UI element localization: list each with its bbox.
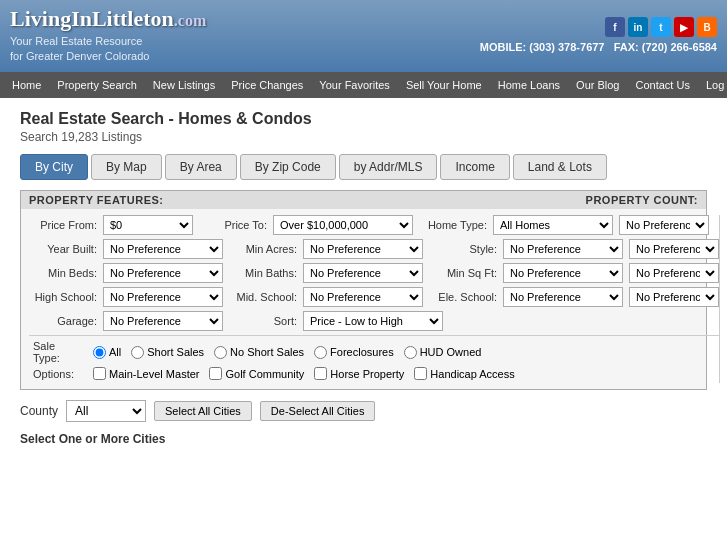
- feature-row-4: High School: No Preference Mid. School: …: [29, 287, 719, 307]
- year-built-select[interactable]: No Preference: [103, 239, 223, 259]
- home-type-select[interactable]: All Homes: [493, 215, 613, 235]
- features-box: PROPERTY FEATURES: PROPERTY COUNT: Price…: [20, 190, 707, 390]
- nav-property-search[interactable]: Property Search: [49, 72, 144, 98]
- mobile-number: MOBILE: (303) 378-7677: [480, 41, 605, 53]
- select-all-cities-button[interactable]: Select All Cities: [154, 401, 252, 421]
- nav-new-listings[interactable]: New Listings: [145, 72, 223, 98]
- listing-count: Search 19,283 Listings: [20, 130, 707, 144]
- tagline-line1: Your Real Estate Resource: [10, 35, 142, 47]
- search-tabs: By City By Map By Area By Zip Code by Ad…: [20, 154, 707, 180]
- min-beds-select[interactable]: No Preference: [103, 263, 223, 283]
- tab-by-map[interactable]: By Map: [91, 154, 162, 180]
- nav-your-favorites[interactable]: Your Favorites: [311, 72, 398, 98]
- social-icons: f in t ▶ B: [480, 17, 717, 37]
- features-header-right: PROPERTY COUNT:: [586, 194, 698, 206]
- min-sqft-label: Min Sq Ft:: [429, 267, 497, 279]
- ele-school-extra-select[interactable]: No Preference: [629, 287, 719, 307]
- features-header: PROPERTY FEATURES: PROPERTY COUNT:: [21, 191, 706, 209]
- features-left: Price From: $0 Price To: Over $10,000,00…: [29, 215, 719, 383]
- option-golf-community[interactable]: Golf Community: [209, 367, 304, 380]
- price-from-select[interactable]: $0: [103, 215, 193, 235]
- deselect-all-cities-button[interactable]: De-Select All Cities: [260, 401, 376, 421]
- features-header-left: PROPERTY FEATURES:: [29, 194, 164, 206]
- tab-income[interactable]: Income: [440, 154, 509, 180]
- high-school-label: High School:: [29, 291, 97, 303]
- nav-home[interactable]: Home: [4, 72, 49, 98]
- nav-contact-us[interactable]: Contact Us: [628, 72, 698, 98]
- price-to-select[interactable]: Over $10,000,000: [273, 215, 413, 235]
- min-sqft-select[interactable]: No Preference: [503, 263, 623, 283]
- sale-type-short-sales[interactable]: Short Sales: [131, 346, 204, 359]
- tab-by-area[interactable]: By Area: [165, 154, 237, 180]
- youtube-icon[interactable]: ▶: [674, 17, 694, 37]
- logo: LivingInLittleton.com: [10, 6, 206, 32]
- mid-school-select[interactable]: No Preference: [303, 287, 423, 307]
- garage-select[interactable]: No Preference: [103, 311, 223, 331]
- header: LivingInLittleton.com Your Real Estate R…: [0, 0, 727, 72]
- feature-row-3: Min Beds: No Preference Min Baths: No Pr…: [29, 263, 719, 283]
- option-main-level-master[interactable]: Main-Level Master: [93, 367, 199, 380]
- tagline-line2: for Greater Denver Colorado: [10, 50, 149, 62]
- contact-phone: MOBILE: (303) 378-7677 FAX: (720) 266-65…: [480, 41, 717, 53]
- option-handicap-access[interactable]: Handicap Access: [414, 367, 514, 380]
- tab-by-addr-mls[interactable]: by Addr/MLS: [339, 154, 438, 180]
- style-select[interactable]: No Preference: [503, 239, 623, 259]
- nav-sell-your-home[interactable]: Sell Your Home: [398, 72, 490, 98]
- year-built-label: Year Built:: [29, 243, 97, 255]
- features-right-panel: 19,283 Start Search...: [719, 215, 727, 383]
- blogger-icon[interactable]: B: [697, 17, 717, 37]
- county-row: County All Select All Cities De-Select A…: [20, 400, 707, 422]
- feature-row-1: Price From: $0 Price To: Over $10,000,00…: [29, 215, 719, 235]
- nav-home-loans[interactable]: Home Loans: [490, 72, 568, 98]
- county-label: County: [20, 404, 58, 418]
- feature-row-5: Garage: No Preference Sort: Price - Low …: [29, 311, 719, 331]
- mid-school-label: Mid. School:: [229, 291, 297, 303]
- home-type-extra-select[interactable]: No Preference: [619, 215, 709, 235]
- contact-area: f in t ▶ B MOBILE: (303) 378-7677 FAX: (…: [480, 17, 717, 53]
- features-body: Price From: $0 Price To: Over $10,000,00…: [21, 209, 706, 389]
- min-baths-select[interactable]: No Preference: [303, 263, 423, 283]
- style-label: Style:: [429, 243, 497, 255]
- logo-suffix: .com: [174, 12, 206, 29]
- sale-type-label: Sale Type:: [33, 340, 83, 364]
- ele-school-select[interactable]: No Preference: [503, 287, 623, 307]
- features-grid: Price From: $0 Price To: Over $10,000,00…: [29, 215, 698, 383]
- min-acres-select[interactable]: No Preference: [303, 239, 423, 259]
- page-title: Real Estate Search - Homes & Condos: [20, 110, 707, 128]
- options-row: Options: Main-Level Master Golf Communit…: [29, 367, 719, 380]
- sale-type-no-short-sales[interactable]: No Short Sales: [214, 346, 304, 359]
- sale-type-foreclosures[interactable]: Foreclosures: [314, 346, 394, 359]
- ele-school-label: Ele. School:: [429, 291, 497, 303]
- option-horse-property[interactable]: Horse Property: [314, 367, 404, 380]
- nav-price-changes[interactable]: Price Changes: [223, 72, 311, 98]
- nav: Home Property Search New Listings Price …: [0, 72, 727, 98]
- divider: [29, 335, 719, 336]
- high-school-select[interactable]: No Preference: [103, 287, 223, 307]
- min-sqft-extra-select[interactable]: No Preference: [629, 263, 719, 283]
- min-acres-label: Min Acres:: [229, 243, 297, 255]
- county-select[interactable]: All: [66, 400, 146, 422]
- tab-by-city[interactable]: By City: [20, 154, 88, 180]
- min-beds-label: Min Beds:: [29, 267, 97, 279]
- select-cities-label: Select One or More Cities: [20, 432, 707, 446]
- min-baths-label: Min Baths:: [229, 267, 297, 279]
- nav-our-blog[interactable]: Our Blog: [568, 72, 627, 98]
- twitter-icon[interactable]: t: [651, 17, 671, 37]
- feature-row-2: Year Built: No Preference Min Acres: No …: [29, 239, 719, 259]
- tab-land-lots[interactable]: Land & Lots: [513, 154, 607, 180]
- tab-by-zip-code[interactable]: By Zip Code: [240, 154, 336, 180]
- linkedin-icon[interactable]: in: [628, 17, 648, 37]
- tagline: Your Real Estate Resource for Greater De…: [10, 34, 206, 65]
- facebook-icon[interactable]: f: [605, 17, 625, 37]
- sale-type-hud-owned[interactable]: HUD Owned: [404, 346, 482, 359]
- nav-log-in[interactable]: Log In: [698, 72, 727, 98]
- main-content: Real Estate Search - Homes & Condos Sear…: [0, 98, 727, 458]
- sort-select[interactable]: Price - Low to High: [303, 311, 443, 331]
- sort-label: Sort:: [229, 315, 297, 327]
- garage-label: Garage:: [29, 315, 97, 327]
- sale-type-all[interactable]: All: [93, 346, 121, 359]
- price-from-label: Price From:: [29, 219, 97, 231]
- home-type-label: Home Type:: [419, 219, 487, 231]
- style-extra-select[interactable]: No Preference: [629, 239, 719, 259]
- logo-area: LivingInLittleton.com Your Real Estate R…: [10, 6, 206, 65]
